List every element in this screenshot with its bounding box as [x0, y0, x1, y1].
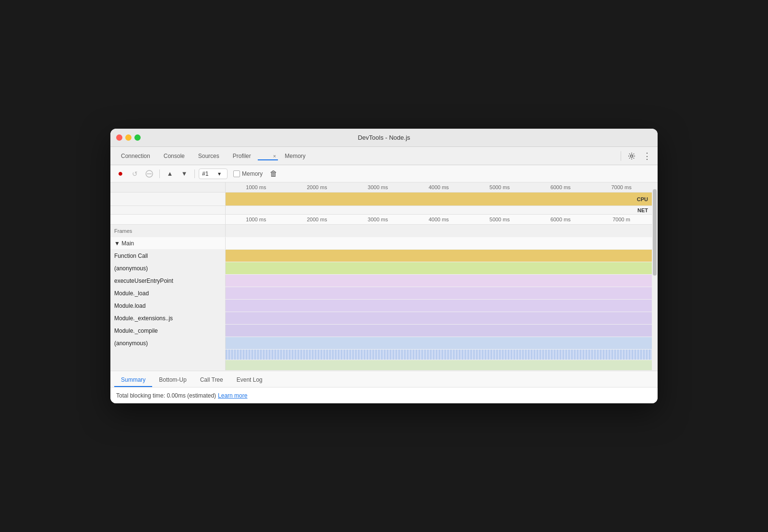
tab-sources[interactable]: Sources	[192, 150, 226, 162]
nav-divider	[621, 151, 621, 161]
memory-checkbox[interactable]	[233, 170, 240, 177]
settings-button[interactable]	[625, 149, 638, 163]
tab-connection[interactable]: Connection	[114, 150, 157, 162]
frames-bar-area	[226, 225, 652, 237]
main-section-header[interactable]: ▼ Main	[110, 237, 652, 250]
nav-settings: ⋮	[619, 149, 654, 163]
clear-button[interactable]	[143, 168, 156, 180]
cpu-label: CPU	[637, 196, 648, 202]
tab-call-tree[interactable]: Call Tree	[193, 374, 230, 387]
flame-row-module-compile[interactable]: Module._compile	[110, 325, 652, 337]
tab-close-performance[interactable]: ×	[271, 152, 278, 160]
flame-row-module-extensions[interactable]: Module._extensions..js	[110, 312, 652, 325]
flame-row-detail-1[interactable]	[110, 350, 652, 360]
clear-icon	[145, 170, 153, 178]
learn-more-link[interactable]: Learn more	[218, 392, 247, 399]
timeline-header-row2: 1000 ms 2000 ms 3000 ms 4000 ms 5000 ms …	[110, 215, 652, 225]
anonymous-1-bar	[226, 262, 652, 274]
flame-row-function-call[interactable]: Function Call	[110, 250, 652, 262]
flame-row-module-load2[interactable]: Module.load	[110, 300, 652, 312]
module-compile-label: Module._compile	[110, 325, 226, 337]
flame-row-anonymous-1[interactable]: (anonymous)	[110, 262, 652, 275]
memory-checkbox-group: Memory	[233, 170, 263, 177]
tab-event-log[interactable]: Event Log	[230, 374, 269, 387]
module-load2-bar-fill	[226, 300, 652, 312]
module-extensions-label: Module._extensions..js	[110, 312, 226, 324]
trash-button[interactable]: 🗑	[267, 168, 280, 180]
execute-user-entry-label: executeUserEntryPoint	[110, 275, 226, 287]
reload-button[interactable]: ↺	[129, 168, 141, 180]
tick-4000: 4000 ms	[408, 184, 469, 190]
tick2-6000: 6000 ms	[530, 217, 591, 222]
toolbar-divider-2	[194, 169, 195, 178]
anonymous-1-label: (anonymous)	[110, 262, 226, 274]
tick2-2000: 2000 ms	[287, 217, 348, 222]
svg-point-0	[631, 155, 633, 157]
tick-5000: 5000 ms	[469, 184, 530, 190]
execute-user-entry-bar-fill	[226, 275, 652, 287]
selector-group: #1 ▾	[199, 169, 228, 179]
selector-value: #1	[202, 170, 208, 177]
header-label-spacer	[110, 182, 226, 192]
more-options-button[interactable]: ⋮	[640, 149, 654, 163]
memory-label: Memory	[242, 170, 263, 177]
anonymous-2-bar	[226, 337, 652, 349]
anonymous-2-bar-fill	[226, 337, 652, 349]
module-extensions-bar-fill	[226, 312, 652, 324]
active-tab-indicator	[258, 159, 278, 160]
net-row: NET	[110, 206, 652, 215]
main-section-label: ▼ Main	[110, 237, 226, 249]
tick-7000: 7000 ms	[591, 184, 652, 190]
selector-box[interactable]: #1 ▾	[199, 169, 228, 179]
module-load-bar-fill	[226, 287, 652, 299]
anonymous-2-label: (anonymous)	[110, 337, 226, 349]
module-load-label: Module._load	[110, 287, 226, 299]
close-button[interactable]	[116, 134, 122, 141]
tick2-7000: 7000 m	[591, 217, 652, 222]
status-text: Total blocking time: 0.00ms (estimated)	[116, 392, 216, 399]
timeline-content: 1000 ms 2000 ms 3000 ms 4000 ms 5000 ms …	[110, 182, 652, 371]
main-content-area: 1000 ms 2000 ms 3000 ms 4000 ms 5000 ms …	[110, 182, 658, 371]
flame-row-execute-user-entry[interactable]: executeUserEntryPoint	[110, 275, 652, 287]
flame-row-detail-2[interactable]	[110, 360, 652, 371]
tab-bottom-up[interactable]: Bottom-Up	[152, 374, 193, 387]
upload-button[interactable]: ▲	[164, 168, 176, 180]
scrollbar-thumb[interactable]	[653, 189, 657, 276]
vertical-scrollbar[interactable]	[652, 182, 658, 371]
module-load2-bar	[226, 300, 652, 312]
module-load-bar	[226, 287, 652, 299]
record-button[interactable]: ●	[114, 168, 127, 180]
net-label-area	[110, 206, 226, 214]
net-label: NET	[637, 207, 648, 213]
status-bar: Total blocking time: 0.00ms (estimated) …	[110, 387, 658, 403]
tick-2000: 2000 ms	[287, 184, 348, 190]
window-title: DevTools - Node.js	[358, 134, 410, 141]
timeline-ticks: 1000 ms 2000 ms 3000 ms 4000 ms 5000 ms …	[226, 182, 652, 192]
detail-2-bar-fill	[226, 360, 652, 370]
header-label-spacer2	[110, 215, 226, 224]
function-call-bar-fill	[226, 250, 652, 262]
toolbar: ● ↺ ▲ ▼ #1 ▾ Memory 🗑	[110, 165, 658, 182]
tab-console[interactable]: Console	[157, 150, 192, 162]
flame-row-module-load[interactable]: Module._load	[110, 287, 652, 300]
detail-1-bar-fill	[226, 350, 652, 360]
memory-checkbox-label[interactable]: Memory	[233, 170, 263, 177]
function-call-bar	[226, 250, 652, 262]
toolbar-divider-1	[159, 169, 160, 178]
main-section-bar	[226, 237, 652, 249]
flame-row-anonymous-2[interactable]: (anonymous)	[110, 337, 652, 350]
tick-3000: 3000 ms	[348, 184, 408, 190]
module-compile-bar	[226, 325, 652, 337]
tab-memory[interactable]: Memory	[278, 150, 312, 162]
tick2-1000: 1000 ms	[226, 217, 287, 222]
tab-performance[interactable]	[258, 153, 271, 159]
maximize-button[interactable]	[134, 134, 141, 141]
download-button[interactable]: ▼	[178, 168, 191, 180]
titlebar: DevTools - Node.js	[110, 129, 658, 147]
timeline-ticks2: 1000 ms 2000 ms 3000 ms 4000 ms 5000 ms …	[226, 215, 652, 224]
frames-label: Frames	[110, 225, 226, 237]
tab-summary[interactable]: Summary	[114, 374, 152, 387]
minimize-button[interactable]	[125, 134, 132, 141]
tick-6000: 6000 ms	[530, 184, 591, 190]
tab-profiler[interactable]: Profiler	[226, 150, 258, 162]
